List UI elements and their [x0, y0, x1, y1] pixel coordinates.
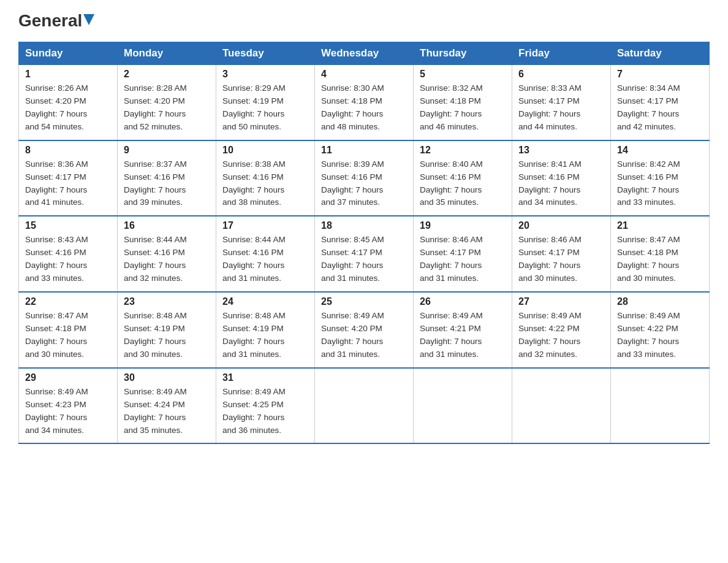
header-sunday: Sunday — [19, 42, 118, 65]
calendar-cell: 3 Sunrise: 8:29 AM Sunset: 4:19 PM Dayli… — [216, 65, 315, 140]
day-number: 27 — [518, 296, 604, 307]
day-info: Sunrise: 8:45 AM Sunset: 4:17 PM Dayligh… — [321, 234, 407, 285]
calendar-cell: 15 Sunrise: 8:43 AM Sunset: 4:16 PM Dayl… — [19, 216, 118, 292]
day-number: 30 — [124, 372, 210, 383]
calendar-cell: 18 Sunrise: 8:45 AM Sunset: 4:17 PM Dayl… — [315, 216, 414, 292]
calendar-cell: 16 Sunrise: 8:44 AM Sunset: 4:16 PM Dayl… — [118, 216, 216, 292]
day-number: 26 — [420, 296, 506, 307]
calendar-table: SundayMondayTuesdayWednesdayThursdayFrid… — [18, 42, 710, 444]
day-info: Sunrise: 8:29 AM Sunset: 4:19 PM Dayligh… — [222, 82, 308, 134]
day-info: Sunrise: 8:37 AM Sunset: 4:16 PM Dayligh… — [124, 158, 210, 210]
calendar-cell: 17 Sunrise: 8:44 AM Sunset: 4:16 PM Dayl… — [216, 216, 315, 292]
week-row-2: 8 Sunrise: 8:36 AM Sunset: 4:17 PM Dayli… — [19, 140, 710, 216]
day-number: 21 — [617, 220, 703, 231]
day-number: 29 — [25, 372, 111, 383]
week-row-4: 22 Sunrise: 8:47 AM Sunset: 4:18 PM Dayl… — [19, 292, 710, 368]
svg-marker-0 — [83, 14, 94, 25]
day-info: Sunrise: 8:42 AM Sunset: 4:16 PM Dayligh… — [617, 158, 703, 210]
header-wednesday: Wednesday — [315, 42, 414, 65]
logo-arrow-icon — [83, 14, 94, 28]
day-number: 23 — [124, 296, 210, 307]
day-info: Sunrise: 8:39 AM Sunset: 4:16 PM Dayligh… — [321, 158, 407, 210]
day-number: 7 — [617, 69, 703, 80]
day-info: Sunrise: 8:33 AM Sunset: 4:17 PM Dayligh… — [518, 82, 604, 134]
day-info: Sunrise: 8:46 AM Sunset: 4:17 PM Dayligh… — [420, 234, 506, 285]
day-number: 15 — [25, 220, 111, 231]
calendar-cell: 9 Sunrise: 8:37 AM Sunset: 4:16 PM Dayli… — [118, 140, 216, 216]
calendar-cell: 19 Sunrise: 8:46 AM Sunset: 4:17 PM Dayl… — [414, 216, 512, 292]
day-number: 4 — [321, 69, 407, 80]
calendar-cell: 1 Sunrise: 8:26 AM Sunset: 4:20 PM Dayli… — [19, 65, 118, 140]
calendar-cell: 13 Sunrise: 8:41 AM Sunset: 4:16 PM Dayl… — [512, 140, 611, 216]
page-header: General — [18, 12, 710, 29]
day-info: Sunrise: 8:43 AM Sunset: 4:16 PM Dayligh… — [25, 234, 111, 285]
day-info: Sunrise: 8:41 AM Sunset: 4:16 PM Dayligh… — [518, 158, 604, 210]
calendar-cell: 2 Sunrise: 8:28 AM Sunset: 4:20 PM Dayli… — [118, 65, 216, 140]
day-info: Sunrise: 8:28 AM Sunset: 4:20 PM Dayligh… — [124, 82, 210, 134]
day-number: 2 — [124, 69, 210, 80]
day-number: 5 — [420, 69, 506, 80]
calendar-cell: 30 Sunrise: 8:49 AM Sunset: 4:24 PM Dayl… — [118, 368, 216, 444]
calendar-cell: 26 Sunrise: 8:49 AM Sunset: 4:21 PM Dayl… — [414, 292, 512, 368]
day-number: 13 — [518, 145, 604, 156]
day-number: 22 — [25, 296, 111, 307]
day-info: Sunrise: 8:36 AM Sunset: 4:17 PM Dayligh… — [25, 158, 111, 210]
day-number: 17 — [222, 220, 308, 231]
day-info: Sunrise: 8:40 AM Sunset: 4:16 PM Dayligh… — [420, 158, 506, 210]
header-thursday: Thursday — [414, 42, 512, 65]
day-info: Sunrise: 8:49 AM Sunset: 4:22 PM Dayligh… — [617, 310, 703, 361]
calendar-cell: 21 Sunrise: 8:47 AM Sunset: 4:18 PM Dayl… — [611, 216, 710, 292]
day-number: 1 — [25, 69, 111, 80]
day-number: 3 — [222, 69, 308, 80]
day-number: 14 — [617, 145, 703, 156]
day-info: Sunrise: 8:48 AM Sunset: 4:19 PM Dayligh… — [124, 310, 210, 361]
calendar-cell: 22 Sunrise: 8:47 AM Sunset: 4:18 PM Dayl… — [19, 292, 118, 368]
day-number: 16 — [124, 220, 210, 231]
calendar-cell: 27 Sunrise: 8:49 AM Sunset: 4:22 PM Dayl… — [512, 292, 611, 368]
calendar-cell: 5 Sunrise: 8:32 AM Sunset: 4:18 PM Dayli… — [414, 65, 512, 140]
day-number: 20 — [518, 220, 604, 231]
day-info: Sunrise: 8:26 AM Sunset: 4:20 PM Dayligh… — [25, 82, 111, 134]
calendar-cell: 25 Sunrise: 8:49 AM Sunset: 4:20 PM Dayl… — [315, 292, 414, 368]
day-number: 10 — [222, 145, 308, 156]
day-number: 25 — [321, 296, 407, 307]
day-info: Sunrise: 8:32 AM Sunset: 4:18 PM Dayligh… — [420, 82, 506, 134]
calendar-cell — [512, 368, 611, 444]
day-number: 31 — [222, 372, 308, 383]
day-info: Sunrise: 8:38 AM Sunset: 4:16 PM Dayligh… — [222, 158, 308, 210]
calendar-cell — [315, 368, 414, 444]
header-saturday: Saturday — [611, 42, 710, 65]
day-info: Sunrise: 8:47 AM Sunset: 4:18 PM Dayligh… — [25, 310, 111, 361]
calendar-cell: 11 Sunrise: 8:39 AM Sunset: 4:16 PM Dayl… — [315, 140, 414, 216]
calendar-cell: 23 Sunrise: 8:48 AM Sunset: 4:19 PM Dayl… — [118, 292, 216, 368]
day-number: 6 — [518, 69, 604, 80]
logo-general: General — [18, 12, 82, 29]
logo: General — [18, 12, 94, 29]
day-info: Sunrise: 8:44 AM Sunset: 4:16 PM Dayligh… — [222, 234, 308, 285]
calendar-cell — [611, 368, 710, 444]
day-info: Sunrise: 8:49 AM Sunset: 4:24 PM Dayligh… — [124, 386, 210, 437]
calendar-cell: 20 Sunrise: 8:46 AM Sunset: 4:17 PM Dayl… — [512, 216, 611, 292]
header-monday: Monday — [118, 42, 216, 65]
day-info: Sunrise: 8:34 AM Sunset: 4:17 PM Dayligh… — [617, 82, 703, 134]
day-info: Sunrise: 8:48 AM Sunset: 4:19 PM Dayligh… — [222, 310, 308, 361]
day-number: 11 — [321, 145, 407, 156]
calendar-cell: 6 Sunrise: 8:33 AM Sunset: 4:17 PM Dayli… — [512, 65, 611, 140]
header-friday: Friday — [512, 42, 611, 65]
day-info: Sunrise: 8:44 AM Sunset: 4:16 PM Dayligh… — [124, 234, 210, 285]
calendar-cell: 31 Sunrise: 8:49 AM Sunset: 4:25 PM Dayl… — [216, 368, 315, 444]
calendar-cell: 4 Sunrise: 8:30 AM Sunset: 4:18 PM Dayli… — [315, 65, 414, 140]
day-info: Sunrise: 8:46 AM Sunset: 4:17 PM Dayligh… — [518, 234, 604, 285]
day-info: Sunrise: 8:49 AM Sunset: 4:20 PM Dayligh… — [321, 310, 407, 361]
calendar-cell: 7 Sunrise: 8:34 AM Sunset: 4:17 PM Dayli… — [611, 65, 710, 140]
day-info: Sunrise: 8:47 AM Sunset: 4:18 PM Dayligh… — [617, 234, 703, 285]
week-row-1: 1 Sunrise: 8:26 AM Sunset: 4:20 PM Dayli… — [19, 65, 710, 140]
day-number: 28 — [617, 296, 703, 307]
calendar-cell: 8 Sunrise: 8:36 AM Sunset: 4:17 PM Dayli… — [19, 140, 118, 216]
day-info: Sunrise: 8:49 AM Sunset: 4:21 PM Dayligh… — [420, 310, 506, 361]
day-number: 18 — [321, 220, 407, 231]
day-info: Sunrise: 8:49 AM Sunset: 4:25 PM Dayligh… — [222, 386, 308, 437]
day-number: 24 — [222, 296, 308, 307]
calendar-cell: 28 Sunrise: 8:49 AM Sunset: 4:22 PM Dayl… — [611, 292, 710, 368]
day-number: 19 — [420, 220, 506, 231]
